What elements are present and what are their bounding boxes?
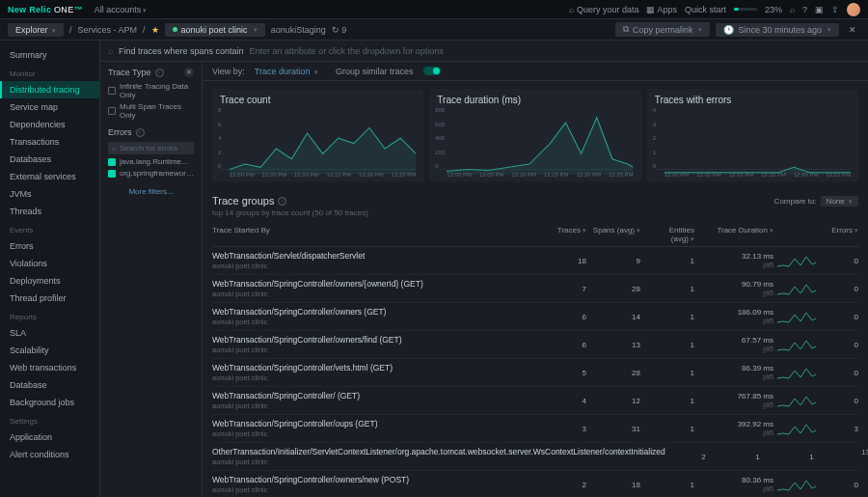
info-icon[interactable]: i [136,128,145,137]
cell-errors: 0 [820,257,858,265]
sparkline [777,477,816,492]
sidebar-item-sla[interactable]: SLA [0,324,99,342]
cell-duration: 186.09 msp95 [698,309,773,324]
row-entity: aonuki poet clinic [212,262,546,270]
cb-multi-span[interactable]: Multi Span Traces Only [108,102,194,120]
info-icon[interactable]: i [155,69,164,77]
col-traces[interactable]: Traces▾ [550,226,586,243]
entity-picker[interactable]: aonuki poet clinic ▾ [165,23,265,37]
clear-filter-icon[interactable]: ✕ [184,68,194,77]
sidebar-item-web-transactions[interactable]: Web transactions [0,359,99,376]
error-search-input[interactable]: ⌕ Search for errors [108,142,194,154]
chart-c3[interactable]: Traces with errors 43210 12:00 PM12:05 P… [647,89,858,181]
col-spans[interactable]: Spans (avg)▾ [590,226,640,243]
help-icon[interactable]: ? [802,5,807,14]
nav-quickstart[interactable]: Quick start [685,5,726,14]
info-icon[interactable]: i [278,197,286,206]
sidebar-section-header: Settings [0,411,99,428]
close-icon[interactable]: ✕ [845,25,860,35]
account-picker[interactable]: All accounts▾ [89,3,153,16]
cell-traces: 5 [550,369,586,377]
trace-search-bar[interactable]: ⌕ Find traces where spans contain Enter … [100,41,868,62]
crumb-env[interactable]: aonukiStaging [271,25,326,35]
env-count[interactable]: ↻ 9 [332,25,347,35]
col-duration[interactable]: Trace Duration▾ [698,226,773,243]
cell-spans: 9 [590,257,640,265]
cell-spans: 1 [710,453,760,461]
table-row[interactable]: WebTransaction/SpringController/owners/f… [212,331,858,359]
chart-title: Traces with errors [655,95,851,105]
table-row[interactable]: OtherTransaction/Initializer/ServletCont… [212,443,858,471]
star-icon[interactable]: ★ [151,25,159,35]
row-name: WebTransaction/SpringController/ (GET) [212,391,546,400]
sidebar-item-violations[interactable]: Violations [0,255,99,272]
nav-apps[interactable]: ▦ Apps [646,5,677,14]
group-traces-toggle[interactable] [423,67,441,75]
cell-entities: 1 [644,257,694,265]
cell-errors: 0 [820,397,858,405]
sidebar-item-application[interactable]: Application [0,428,99,446]
row-name: WebTransaction/SpringController/owners (… [212,307,546,317]
sidebar-item-deployments[interactable]: Deployments [0,272,99,290]
sidebar-item-database[interactable]: Database [0,376,99,394]
explorer-dropdown[interactable]: Explorer ▾ [8,23,64,37]
row-entity: aonuki poet clinic [212,401,546,410]
share-icon[interactable]: ⇪ [831,5,839,14]
cell-errors: 0 [820,481,858,489]
table-row[interactable]: WebTransaction/Servlet/dispatcherServlet… [212,247,858,275]
cb-error-spring[interactable]: org.springframework.web.util.... [108,169,194,178]
compare-to-dropdown[interactable]: None ▾ [821,196,858,207]
chart-c1[interactable]: Trace count 86420 12:00 PM12:05 PM12:10 … [212,89,423,181]
sidebar-item-jvms[interactable]: JVMs [0,185,99,203]
sidebar-item-transactions[interactable]: Transactions [0,133,99,151]
sidebar-item-background-jobs[interactable]: Background jobs [0,394,99,411]
copy-permalink-button[interactable]: ⧉ Copy permalink ▾ [615,22,711,37]
sidebar-item-databases[interactable]: Databases [0,151,99,168]
sidebar-item-errors[interactable]: Errors [0,237,99,255]
cell-traces: 7 [550,285,586,293]
cell-traces: 4 [550,397,586,405]
crumb-services[interactable]: Services - APM [78,25,138,35]
time-picker[interactable]: 🕑 Since 30 minutes ago ▾ [716,23,839,37]
chart-c2[interactable]: Trace duration (ms) 8006004002000 12:00 … [429,89,640,181]
cb-error-runtime[interactable]: java.lang.RuntimeException [108,157,194,166]
cell-entities: 1 [644,313,694,321]
sparkline [777,281,816,296]
cb-infinite-tracing[interactable]: Infinite Tracing Data Only [108,82,194,99]
table-row[interactable]: WebTransaction/SpringController/owners/{… [212,275,858,303]
table-row[interactable]: WebTransaction/SpringController/oups (GE… [212,415,858,443]
table-row[interactable]: WebTransaction/SpringController/owners/n… [212,471,858,497]
sidebar-item-summary[interactable]: Summary [0,46,99,64]
sidebar-section-header: Reports [0,307,99,324]
cell-errors: 0 [820,285,858,293]
status-dot-icon [173,27,177,32]
table-row[interactable]: WebTransaction/SpringController/vets.htm… [212,359,858,387]
cell-traces: 2 [669,453,706,461]
view-by-dropdown[interactable]: Trace duration ▾ [255,67,318,76]
more-filters-link[interactable]: More filters... [108,187,194,196]
col-errors[interactable]: Errors▾ [820,226,858,243]
sidebar-item-alert-conditions[interactable]: Alert conditions [0,446,99,463]
usage-bar [734,8,757,11]
nav-query-data[interactable]: ⌕ Query your data [569,5,638,14]
avatar[interactable] [847,3,860,16]
table-row[interactable]: WebTransaction/SpringController/ (GET)ao… [212,387,858,415]
search-icon[interactable]: ⌕ [790,5,795,14]
sidebar-item-dependencies[interactable]: Dependencies [0,116,99,133]
cell-traces: 6 [550,313,586,321]
logo[interactable]: New Relic ONE™ [8,5,83,14]
sparkline [777,365,816,380]
sidebar-item-external-services[interactable]: External services [0,168,99,185]
sidebar-item-thread-profiler[interactable]: Thread profiler [0,290,99,307]
table-row[interactable]: WebTransaction/SpringController/owners (… [212,303,858,331]
sidebar-item-distributed-tracing[interactable]: Distributed tracing [0,81,99,98]
cell-duration: 767.85 msp95 [698,393,773,408]
notifications-icon[interactable]: ▣ [815,5,824,14]
row-name: WebTransaction/SpringController/owners/{… [212,279,546,289]
col-started-by[interactable]: Trace Started By [212,226,546,243]
sidebar-item-service-map[interactable]: Service map [0,98,99,116]
sparkline [777,309,816,324]
col-entities[interactable]: Entities (avg)▾ [644,226,694,243]
sidebar-item-threads[interactable]: Threads [0,203,99,220]
sidebar-item-scalability[interactable]: Scalability [0,342,99,359]
